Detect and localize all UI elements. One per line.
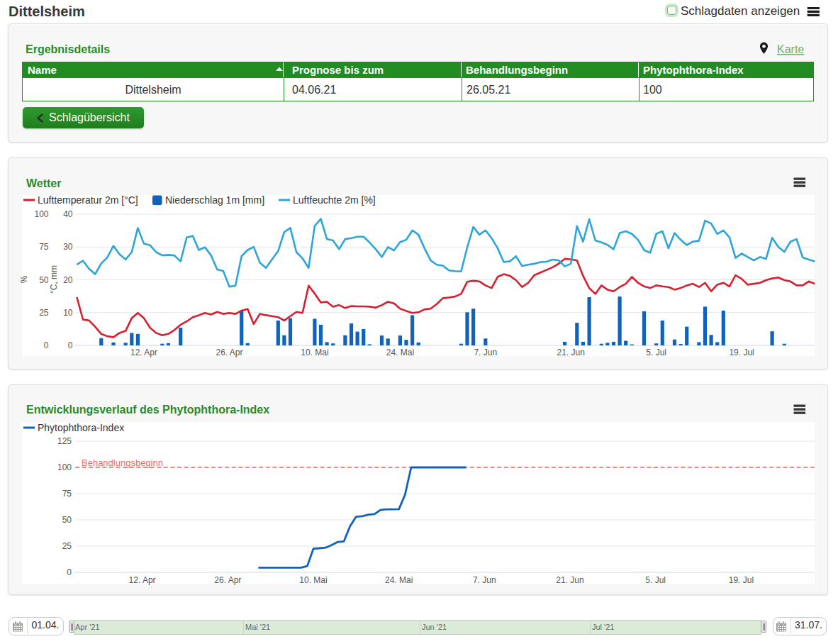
svg-text:19. Jul: 19. Jul <box>729 575 754 585</box>
svg-text:25: 25 <box>39 308 49 318</box>
svg-text:10. Mai: 10. Mai <box>301 348 328 357</box>
svg-text:24. Mai: 24. Mai <box>386 348 414 357</box>
svg-text:0: 0 <box>44 340 49 350</box>
svg-text:100: 100 <box>34 209 48 219</box>
svg-text:Behandlungsbeginn: Behandlungsbeginn <box>82 457 163 468</box>
svg-text:7. Jun: 7. Jun <box>473 575 496 585</box>
svg-text:100: 100 <box>57 462 72 472</box>
svg-text:Phytophthora-Index: Phytophthora-Index <box>38 422 124 433</box>
svg-text:5. Jul: 5. Jul <box>646 348 666 357</box>
svg-text:30: 30 <box>63 242 73 252</box>
svg-text:Lufttemperatur 2m [°C]: Lufttemperatur 2m [°C] <box>38 194 138 206</box>
svg-text:Niederschlag 1m [mm]: Niederschlag 1m [mm] <box>165 194 264 206</box>
svg-text:21. Jun: 21. Jun <box>557 348 585 357</box>
svg-text:10. Mai: 10. Mai <box>299 575 327 585</box>
svg-text:%: % <box>19 275 29 283</box>
svg-text:125: 125 <box>57 436 72 446</box>
svg-text:0: 0 <box>68 340 73 350</box>
svg-text:24. Mai: 24. Mai <box>385 575 413 585</box>
svg-text:26. Apr: 26. Apr <box>214 575 241 585</box>
svg-text:20: 20 <box>63 275 73 285</box>
svg-text:10: 10 <box>63 308 73 318</box>
svg-text:75: 75 <box>39 242 49 252</box>
svg-text:40: 40 <box>63 209 73 219</box>
svg-text:50: 50 <box>39 275 49 285</box>
svg-text:Luftfeuchte 2m [%]: Luftfeuchte 2m [%] <box>293 194 376 206</box>
svg-text:75: 75 <box>62 489 72 499</box>
svg-text:21. Jun: 21. Jun <box>556 575 583 585</box>
svg-text:12. Apr: 12. Apr <box>130 348 157 357</box>
svg-text:25: 25 <box>62 541 72 551</box>
svg-text:50: 50 <box>62 515 72 525</box>
svg-text:26. Apr: 26. Apr <box>216 348 242 357</box>
svg-text:5. Jul: 5. Jul <box>645 575 666 585</box>
svg-text:°C, mm: °C, mm <box>49 265 59 294</box>
svg-text:7. Jun: 7. Jun <box>474 348 497 357</box>
svg-text:0: 0 <box>67 567 72 577</box>
svg-text:12. Apr: 12. Apr <box>129 575 156 585</box>
svg-text:19. Jul: 19. Jul <box>729 348 754 357</box>
